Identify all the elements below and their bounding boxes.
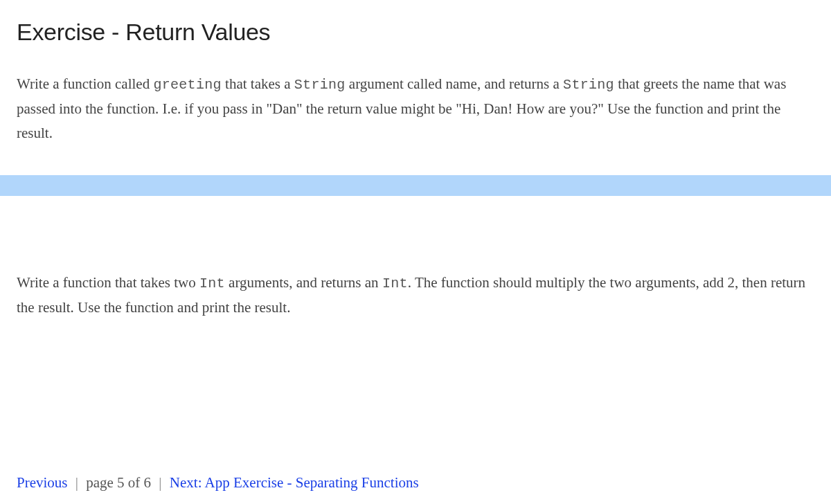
text-segment: arguments, and returns an (225, 274, 382, 291)
text-segment: that takes a (222, 75, 294, 92)
exercise-paragraph-1: Write a function called greeting that ta… (17, 72, 814, 146)
nav-separator: | (159, 474, 161, 491)
selection-highlight (0, 175, 831, 196)
code-int-2: Int (382, 276, 408, 291)
code-string-1: String (294, 77, 346, 93)
text-segment: argument called name, and returns a (346, 75, 564, 92)
code-int-1: Int (199, 276, 225, 291)
text-segment: Write a function that takes two (17, 274, 199, 291)
next-link[interactable]: Next: App Exercise - Separating Function… (170, 474, 419, 491)
code-greeting: greeting (153, 77, 221, 93)
code-string-2: String (563, 77, 614, 93)
text-segment: Write a function called (17, 75, 153, 92)
page-title: Exercise - Return Values (17, 12, 814, 53)
exercise-paragraph-2: Write a function that takes two Int argu… (17, 271, 814, 321)
nav-separator: | (75, 474, 78, 491)
previous-link[interactable]: Previous (17, 474, 68, 491)
page-indicator: page 5 of 6 (86, 474, 151, 491)
navigation-footer: Previous | page 5 of 6 | Next: App Exerc… (17, 471, 419, 496)
